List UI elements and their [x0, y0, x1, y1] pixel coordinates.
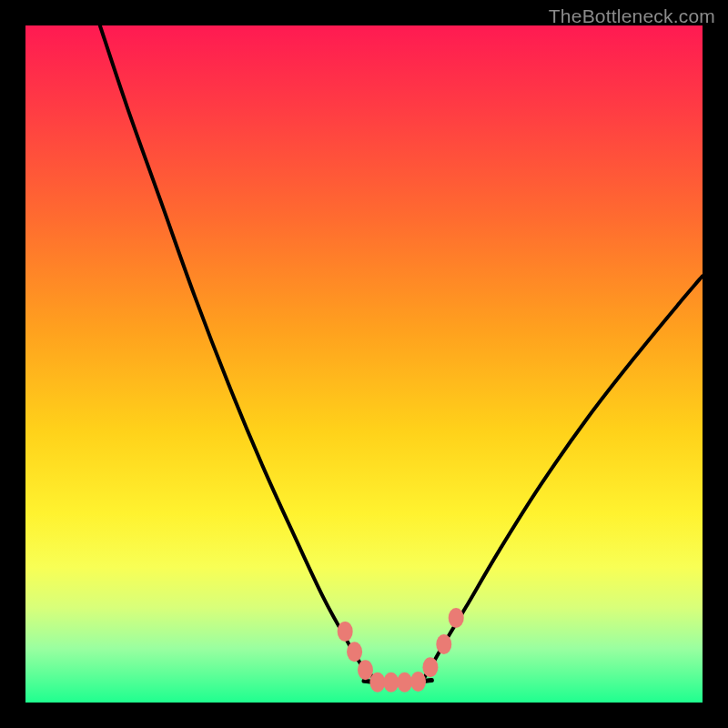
plot-svg: [25, 25, 703, 703]
valley-marker-9: [449, 608, 464, 628]
valley-marker-2: [358, 660, 373, 680]
valley-marker-3: [369, 672, 385, 693]
series-left-curve: [100, 25, 381, 682]
valley-marker-0: [338, 622, 353, 642]
valley-marker-7: [422, 657, 438, 677]
valley-marker-6: [410, 672, 426, 692]
valley-marker-4: [383, 672, 399, 693]
plot-area: [25, 25, 703, 703]
watermark-text: TheBottleneck.com: [549, 5, 715, 27]
valley-marker-5: [397, 672, 412, 693]
curves-layer: [100, 25, 703, 682]
markers-layer: [338, 608, 464, 693]
series-right-curve: [421, 276, 703, 682]
chart-frame: TheBottleneck.com: [0, 0, 728, 728]
valley-marker-8: [436, 634, 451, 654]
valley-marker-1: [347, 642, 362, 662]
